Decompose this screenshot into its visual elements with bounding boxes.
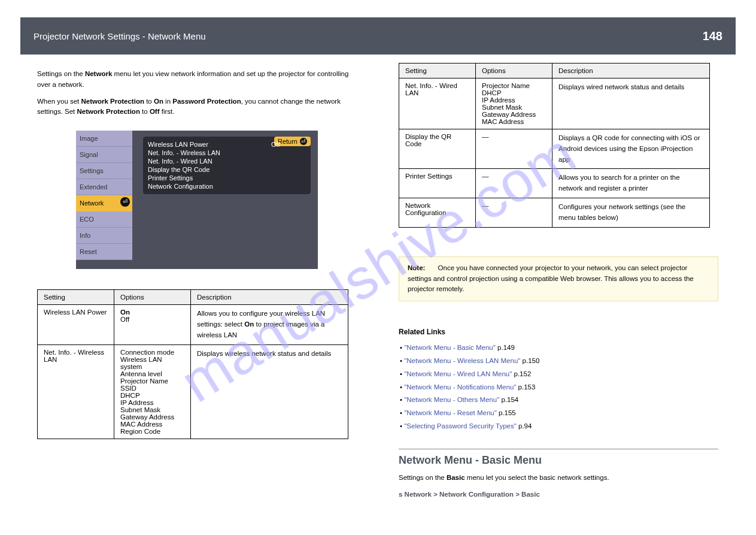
cell-setting: Wireless LAN Power <box>38 305 114 344</box>
cell-desc: Allows you to configure your wireless LA… <box>191 305 348 344</box>
tab-signal[interactable]: Signal <box>76 147 132 163</box>
opt: DHCP <box>482 89 502 96</box>
opt: Antenna level <box>120 370 162 377</box>
right-column: Setting Options Description Net. Info. -… <box>399 63 718 500</box>
t: p.150 <box>523 357 540 364</box>
opt: Off <box>120 316 129 323</box>
tab-settings[interactable]: Settings <box>76 163 132 179</box>
tab-image[interactable]: Image <box>76 131 132 147</box>
table-row: Printer Settings — Allows you to search … <box>399 169 710 198</box>
related-link[interactable]: "Network Menu - Basic Menu" <box>404 344 496 351</box>
related-link-item: • "Network Menu - Basic Menu" p.149 <box>400 341 718 355</box>
panel-items: Wireless LAN PowerOff Net. Info. - Wirel… <box>143 137 311 194</box>
protect-paragraph: When you set Network Protection to On in… <box>37 96 357 118</box>
panel-item-net-info-wired[interactable]: Net. Info. - Wired LAN <box>148 157 306 165</box>
table-row: Net. Info. - Wired LAN Projector Name DH… <box>399 78 710 129</box>
t: p.94 <box>518 422 532 430</box>
opt: DHCP <box>120 392 140 399</box>
opt: Gateway Address <box>482 111 536 118</box>
note-label: Note: <box>408 264 425 271</box>
related-link[interactable]: "Selecting Password Security Types" <box>404 422 517 430</box>
tab-reset[interactable]: Reset <box>76 244 132 260</box>
pi-label: Wireless LAN Power <box>148 140 271 149</box>
opt: Projector Name <box>482 82 530 89</box>
page-header: Projector Network Settings - Network Men… <box>20 17 736 55</box>
t: Settings on the <box>399 474 447 481</box>
related-link[interactable]: "Network Menu - Wired LAN Menu" <box>404 370 512 377</box>
cell-setting: Printer Settings <box>399 169 476 198</box>
th-options: Options <box>114 290 191 305</box>
t: p.155 <box>499 409 516 416</box>
related-link-item: • "Network Menu - Others Menu" p.154 <box>400 394 718 407</box>
t: to <box>144 98 154 105</box>
cell-desc: Displays a QR code for connecting with i… <box>552 129 710 169</box>
panel-item-wlan-power[interactable]: Wireless LAN PowerOff <box>148 140 306 149</box>
cell-desc: Displays wired network status and detail… <box>552 78 710 129</box>
cell-setting: Display the QR Code <box>399 129 476 169</box>
cell-setting: Network Configuration <box>399 198 476 228</box>
th-setting: Setting <box>38 290 114 305</box>
related-link[interactable]: "Network Menu - Others Menu" <box>404 396 499 403</box>
tab-extended[interactable]: Extended <box>76 179 132 195</box>
panel-item-net-config[interactable]: Network Configuration <box>148 182 306 191</box>
cell-options: Connection mode Wireless LAN system Ante… <box>114 344 191 439</box>
opt: MAC Address <box>120 421 162 428</box>
related-link[interactable]: "Network Menu - Reset Menu" <box>404 409 497 416</box>
th-description: Description <box>191 290 348 305</box>
opt: Gateway Address <box>120 413 174 421</box>
panel-item-qr[interactable]: Display the QR Code <box>148 165 306 174</box>
intro-text: Settings on the <box>37 70 85 77</box>
t: On <box>154 98 163 105</box>
opt: Connection mode <box>120 349 174 356</box>
note-box: Note: Once you have connected your proje… <box>399 256 718 301</box>
desc-text: On <box>242 321 254 328</box>
t: When you set <box>37 98 81 105</box>
t: p.152 <box>514 370 532 377</box>
opt: SSID <box>120 385 136 392</box>
section-paragraph: Settings on the Basic menu let you selec… <box>399 473 718 483</box>
breadcrumb: Projector Network Settings - Network Men… <box>34 31 206 41</box>
cell-desc: Configures your network settings (see th… <box>552 198 710 228</box>
opt: Projector Name <box>120 377 168 385</box>
cell-setting: Net. Info. - Wired LAN <box>399 78 476 129</box>
t: Password Protection <box>172 98 241 105</box>
pi-label: Net. Info. - Wired LAN <box>148 157 306 165</box>
t: Basic <box>447 474 465 481</box>
tab-network[interactable]: Network <box>76 195 132 211</box>
tab-eco[interactable]: ECO <box>76 211 132 228</box>
projector-menu-screenshot: Image Signal Settings Extended Network E… <box>76 131 318 269</box>
t: p.153 <box>518 383 536 391</box>
related-link[interactable]: "Network Menu - Wireless LAN Menu" <box>404 357 520 364</box>
related-link-item: • "Network Menu - Notifications Menu" p.… <box>400 381 718 394</box>
pi-label: Network Configuration <box>148 182 306 191</box>
th-setting: Setting <box>399 64 476 78</box>
cell-options: — <box>476 198 552 228</box>
opt: IP Address <box>120 399 153 406</box>
t: menu let you select the basic network se… <box>465 474 609 481</box>
t: first. <box>160 108 175 115</box>
related-link-item: • "Network Menu - Wired LAN Menu" p.152 <box>400 368 718 381</box>
pi-label: Display the QR Code <box>148 165 306 174</box>
section-nav: s Network > Network Configuration > Basi… <box>399 489 718 500</box>
opt: Subnet Mask <box>120 406 160 413</box>
t: in <box>163 98 172 105</box>
table-row: Display the QR Code — Displays a QR code… <box>399 129 710 169</box>
opt: On <box>120 309 130 316</box>
menu-tabs: Image Signal Settings Extended Network E… <box>76 131 132 269</box>
t: to <box>140 108 150 115</box>
t: Off <box>150 108 160 115</box>
opt: Region Code <box>120 428 160 435</box>
opt: IP Address <box>482 96 515 104</box>
panel-item-net-info-wlan[interactable]: Net. Info. - Wireless LAN <box>148 149 306 157</box>
panel-item-printer[interactable]: Printer Settings <box>148 174 306 182</box>
tab-info[interactable]: Info <box>76 228 132 244</box>
t: Network Protection <box>77 108 139 115</box>
t: p.149 <box>497 344 515 351</box>
opt: MAC Address <box>482 118 524 125</box>
cell-options: On Off <box>114 305 191 344</box>
menu-panel: Return ⏎ Wireless LAN PowerOff Net. Info… <box>132 131 318 269</box>
related-link[interactable]: "Network Menu - Notifications Menu" <box>404 383 516 391</box>
th-options: Options <box>476 64 552 78</box>
pi-label: Net. Info. - Wireless LAN <box>148 149 306 157</box>
section-title: Network Menu - Basic Menu <box>399 454 718 467</box>
